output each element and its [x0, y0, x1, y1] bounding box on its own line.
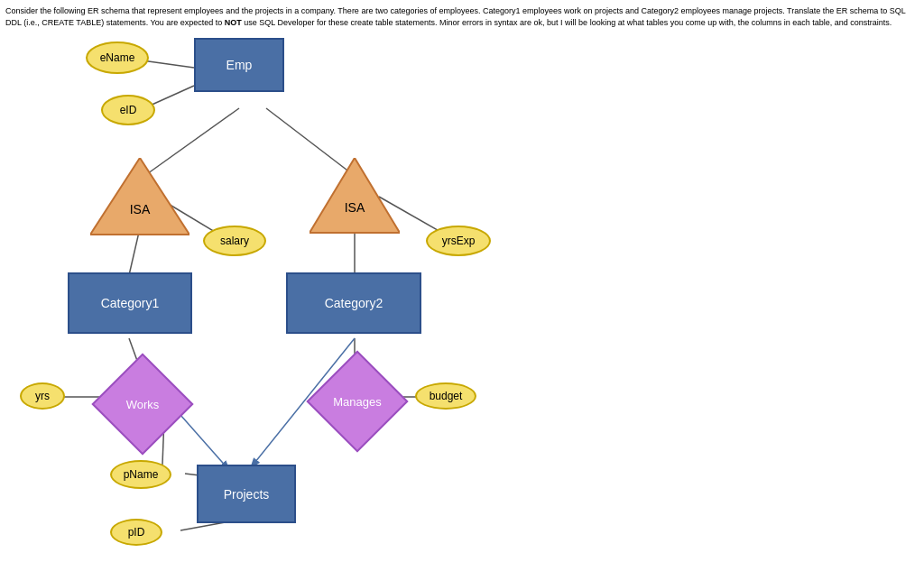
- category2-entity: Category2: [286, 272, 421, 334]
- category1-label: Category1: [101, 296, 160, 310]
- ename-attribute: eName: [86, 41, 149, 74]
- pname-label: pName: [124, 468, 159, 481]
- manages-label: Manages: [333, 395, 381, 409]
- works-relationship: Works: [97, 365, 188, 443]
- yrs-attribute: yrs: [20, 382, 65, 410]
- svg-marker-19: [310, 158, 400, 233]
- eid-label: eID: [120, 104, 137, 116]
- emp-entity: Emp: [194, 38, 284, 92]
- manages-relationship: Manages: [314, 365, 401, 438]
- pid-label: pID: [128, 526, 145, 539]
- pname-attribute: pName: [110, 460, 171, 489]
- salary-label: salary: [220, 235, 249, 247]
- category1-entity: Category1: [68, 272, 192, 334]
- yrs-label: yrs: [35, 390, 50, 402]
- ename-label: eName: [100, 51, 135, 64]
- isa2-relationship: ISA: [310, 158, 400, 237]
- emp-label: Emp: [226, 58, 253, 72]
- salary-attribute: salary: [203, 226, 266, 256]
- budget-attribute: budget: [415, 382, 476, 410]
- budget-label: budget: [430, 390, 463, 402]
- eid-attribute: eID: [101, 95, 155, 125]
- svg-text:ISA: ISA: [130, 202, 151, 217]
- yrsexp-attribute: yrsExp: [426, 226, 491, 256]
- works-label: Works: [126, 398, 160, 411]
- pid-attribute: pID: [110, 519, 162, 546]
- projects-label: Projects: [224, 487, 270, 502]
- yrsexp-label: yrsExp: [442, 235, 476, 247]
- isa1-relationship: ISA: [90, 158, 189, 239]
- svg-text:ISA: ISA: [345, 200, 365, 215]
- category2-label: Category2: [325, 296, 383, 310]
- description-text: Consider the following ER schema that re…: [5, 5, 919, 28]
- projects-entity: Projects: [197, 465, 296, 523]
- svg-marker-17: [90, 158, 189, 235]
